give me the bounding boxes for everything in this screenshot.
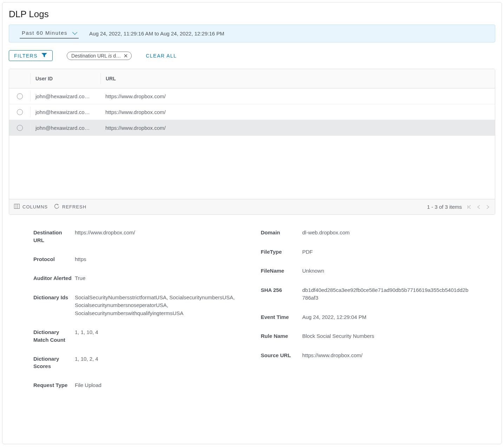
timerange-selected-label: Past 60 Minutes [22,30,67,36]
detail-label: Auditor Alerted [33,274,72,282]
table-header-select [9,73,30,84]
detail-label: Destination URL [33,229,72,244]
page-title: DLP Logs [9,9,495,20]
detail-label: FileName [261,267,300,275]
detail-sha256: SHA 256 db1df40ed285ca3ee92fb0ce58e71ad9… [261,286,471,302]
table-header-url[interactable]: URL [100,73,495,84]
cell-userid: john@hexawizard.co… [30,91,100,101]
detail-label: Protocol [33,255,72,263]
detail-label: Source URL [261,352,300,359]
detail-label: Request Type [33,381,72,389]
detail-value: https://www.dropbox.com/ [302,352,471,360]
detail-value: db1df40ed285ca3ee92fb0ce58e71ad90db5b771… [302,286,471,302]
detail-value: dl-web.dropbox.com [302,229,471,237]
pagination: 1 - 3 of 3 items [427,204,490,210]
page-next-icon[interactable] [486,205,490,209]
detail-value: True [75,274,243,282]
detail-filetype: FileType PDF [261,248,471,256]
columns-button[interactable]: COLUMNS [14,204,48,210]
log-table: User ID URL john@hexawizard.co… https://… [9,69,495,215]
detail-value: Unknown [302,267,471,275]
timerange-select[interactable]: Past 60 Minutes [20,28,79,39]
table-header-row: User ID URL [9,69,495,88]
detail-auditor-alerted: Auditor Alerted True [33,274,243,282]
cell-userid: john@hexawizard.co… [30,122,100,133]
detail-label: Dictionary Scores [33,355,72,371]
timerange-bar: Past 60 Minutes Aug 24, 2022, 11:29:16 A… [9,25,495,42]
detail-value: https [75,255,243,263]
page-prev-icon[interactable] [477,205,481,209]
detail-event-time: Event Time Aug 24, 2022, 12:29:04 PM [261,313,471,321]
detail-dictionary-match-count: Dictionary Match Count 1, 1, 10, 4 [33,328,243,344]
detail-label: FileType [261,248,300,256]
cell-url: https://www.dropbox.com/ [100,125,495,131]
table-header-userid[interactable]: User ID [30,73,100,84]
columns-label: COLUMNS [22,204,48,209]
detail-label: Domain [261,229,300,236]
refresh-label: REFRESH [62,204,86,209]
detail-column-right: Domain dl-web.dropbox.com FileType PDF F… [261,229,471,401]
row-radio[interactable] [17,109,23,115]
detail-value: SocialSecurityNumbersstrictformatUSA, So… [75,294,243,318]
columns-icon [14,204,20,210]
refresh-button[interactable]: REFRESH [54,204,86,210]
detail-domain: Domain dl-web.dropbox.com [261,229,471,237]
detail-value: PDF [302,248,471,256]
page-info: 1 - 3 of 3 items [427,204,462,210]
detail-value: https://www.dropbox.com/ [75,229,243,237]
chevron-down-icon [72,29,77,34]
detail-value: 1, 10, 2, 4 [75,355,243,363]
row-radio[interactable] [17,125,23,131]
row-radio[interactable] [17,93,23,99]
cell-url: https://www.dropbox.com/ [100,109,495,115]
refresh-icon [54,204,59,210]
detail-value: 1, 1, 10, 4 [75,328,243,336]
cell-url: https://www.dropbox.com/ [100,93,495,99]
detail-label: SHA 256 [261,286,300,294]
svg-rect-0 [14,204,20,209]
detail-rule-name: Rule Name Block Social Security Numbers [261,332,471,340]
detail-label: Dictionary Ids [33,294,72,301]
chip-text: Destination URL is d… [71,53,121,59]
detail-panel: Destination URL https://www.dropbox.com/… [9,229,495,401]
detail-column-left: Destination URL https://www.dropbox.com/… [33,229,243,401]
detail-source-url: Source URL https://www.dropbox.com/ [261,352,471,360]
cell-userid: john@hexawizard.co… [30,107,100,117]
detail-request-type: Request Type File Upload [33,381,243,389]
detail-label: Dictionary Match Count [33,328,72,344]
filters-button[interactable]: FILTERS [9,50,53,61]
clear-all-button[interactable]: CLEAR ALL [146,53,177,59]
detail-label: Event Time [261,313,300,321]
detail-dictionary-ids: Dictionary Ids SocialSecurityNumbersstri… [33,294,243,318]
detail-destination-url: Destination URL https://www.dropbox.com/ [33,229,243,244]
page-first-icon[interactable] [467,205,472,209]
funnel-icon [41,53,47,59]
detail-value: Aug 24, 2022, 12:29:04 PM [302,313,471,321]
detail-protocol: Protocol https [33,255,243,263]
table-row[interactable]: john@hexawizard.co… https://www.dropbox.… [9,120,495,136]
table-row[interactable]: john@hexawizard.co… https://www.dropbox.… [9,104,495,120]
page-container: DLP Logs Past 60 Minutes Aug 24, 2022, 1… [2,2,502,444]
timerange-range-text: Aug 24, 2022, 11:29:16 AM to Aug 24, 202… [89,31,224,36]
filters-button-label: FILTERS [14,53,38,59]
detail-label: Rule Name [261,332,300,340]
close-icon[interactable] [124,54,128,58]
table-empty-space [9,136,495,199]
table-footer: COLUMNS REFRESH 1 - 3 of 3 items [9,199,495,214]
detail-filename: FileName Unknown [261,267,471,275]
filters-row: FILTERS Destination URL is d… CLEAR ALL [9,50,495,61]
filter-chip-destination-url[interactable]: Destination URL is d… [67,52,132,60]
detail-value: Block Social Security Numbers [302,332,471,340]
detail-dictionary-scores: Dictionary Scores 1, 10, 2, 4 [33,355,243,371]
table-row[interactable]: john@hexawizard.co… https://www.dropbox.… [9,88,495,104]
detail-value: File Upload [75,381,243,389]
